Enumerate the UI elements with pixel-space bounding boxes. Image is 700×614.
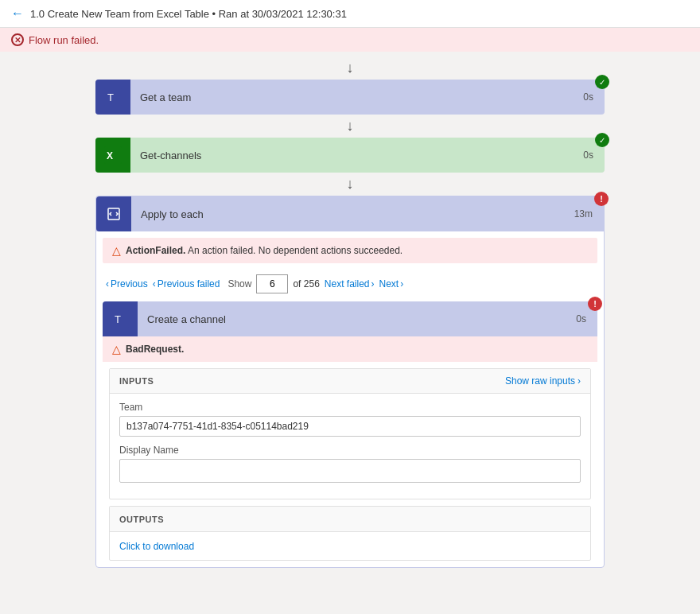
apply-each-label: Apply to each	[131, 208, 574, 220]
pagination-row: ‹ Previous ‹ Previous failed Show of 256…	[96, 270, 604, 301]
inputs-label: INPUTS	[119, 376, 154, 386]
chevron-right-next-failed-icon: ›	[371, 278, 375, 290]
step-label-get-a-team: Get a team	[130, 91, 583, 103]
inputs-header: INPUTS Show raw inputs ›	[110, 369, 590, 394]
error-badge-create-channel: !	[588, 297, 602, 311]
chevron-right-raw-icon: ›	[578, 375, 581, 387]
error-circle-icon: ✕	[11, 33, 24, 46]
svg-text:T: T	[115, 313, 121, 325]
error-banner: ✕ Flow run failed.	[0, 28, 700, 52]
bad-request-banner: △ BadRequest.	[103, 336, 597, 362]
chevron-left-prev-failed-icon: ‹	[153, 278, 156, 290]
step-duration-get-a-team: 0s	[583, 91, 597, 103]
inputs-section: INPUTS Show raw inputs › Team b137a074-7…	[109, 368, 591, 499]
warning-triangle-icon: △	[112, 244, 121, 257]
create-channel-icon: T	[103, 301, 138, 336]
success-badge-get-a-team: ✓	[595, 75, 609, 89]
success-badge-get-channels: ✓	[595, 133, 609, 147]
create-channel-duration: 0s	[576, 313, 589, 324]
show-label: Show	[228, 278, 251, 290]
apply-each-duration: 13m	[574, 208, 596, 220]
error-badge-apply-each: !	[594, 192, 609, 206]
apply-each-header-wrap[interactable]: Apply to each 13m !	[96, 196, 604, 231]
flow-arrow-2: ↓	[95, 176, 605, 192]
outputs-label: OUTPUTS	[119, 515, 164, 524]
inputs-body: Team b137a074-7751-41d1-8354-c05114bad21…	[110, 394, 590, 499]
create-channel-inner: T Create a channel 0s ! △ BadRequest. IN	[103, 301, 597, 561]
create-channel-label: Create a channel	[138, 313, 576, 325]
page-number-input[interactable]	[256, 274, 288, 293]
outputs-header: OUTPUTS	[110, 507, 590, 532]
outputs-body: Click to download	[110, 532, 590, 560]
step-duration-get-channels: 0s	[583, 150, 597, 161]
action-failed-banner: △ ActionFailed. An action failed. No dep…	[103, 238, 597, 263]
click-to-download-button[interactable]: Click to download	[119, 541, 194, 552]
bad-request-text: BadRequest.	[126, 344, 184, 355]
step-get-a-team[interactable]: T Get a team 0s ✓	[95, 80, 605, 115]
loop-icon	[96, 196, 131, 231]
previous-button[interactable]: ‹ Previous	[106, 278, 148, 290]
display-name-field-value	[119, 459, 581, 483]
step-get-channels[interactable]: X Get-channels 0s ✓	[95, 138, 605, 173]
team-field-label: Team	[119, 402, 581, 413]
teams-icon: T	[95, 80, 130, 115]
next-failed-button[interactable]: Next failed ›	[325, 278, 375, 290]
create-channel-header-wrap[interactable]: T Create a channel 0s !	[103, 301, 597, 336]
back-button[interactable]: ←	[11, 6, 24, 21]
previous-failed-button[interactable]: ‹ Previous failed	[153, 278, 220, 290]
show-raw-inputs-button[interactable]: Show raw inputs ›	[505, 375, 581, 387]
next-button[interactable]: Next ›	[379, 278, 404, 290]
page-of-label: of 256	[293, 278, 319, 290]
chevron-right-next-icon: ›	[400, 278, 403, 290]
error-banner-text: Flow run failed.	[29, 34, 99, 46]
excel-icon: X	[95, 138, 130, 173]
step-label-get-channels: Get-channels	[130, 150, 583, 161]
page-title: 1.0 Create New Team from Excel Table • R…	[30, 8, 347, 20]
flow-arrow-top: ↓	[95, 60, 605, 76]
flow-arrow-1: ↓	[95, 118, 605, 134]
apply-each-container: Apply to each 13m ! △ ActionFailed. An a…	[95, 196, 605, 568]
display-name-field-label: Display Name	[119, 445, 581, 456]
svg-text:T: T	[107, 91, 114, 103]
svg-text:X: X	[107, 150, 113, 161]
warning-triangle-bad-request-icon: △	[112, 343, 121, 356]
outputs-section: OUTPUTS Click to download	[109, 506, 591, 561]
top-bar: ← 1.0 Create New Team from Excel Table •…	[0, 0, 700, 28]
main-content: ↓ T Get a team 0s ✓ ↓ X Get-channe	[0, 60, 700, 568]
chevron-left-icon: ‹	[106, 278, 109, 290]
team-field-value: b137a074-7751-41d1-8354-c05114bad219	[119, 416, 581, 437]
action-failed-text: ActionFailed. An action failed. No depen…	[126, 245, 402, 256]
